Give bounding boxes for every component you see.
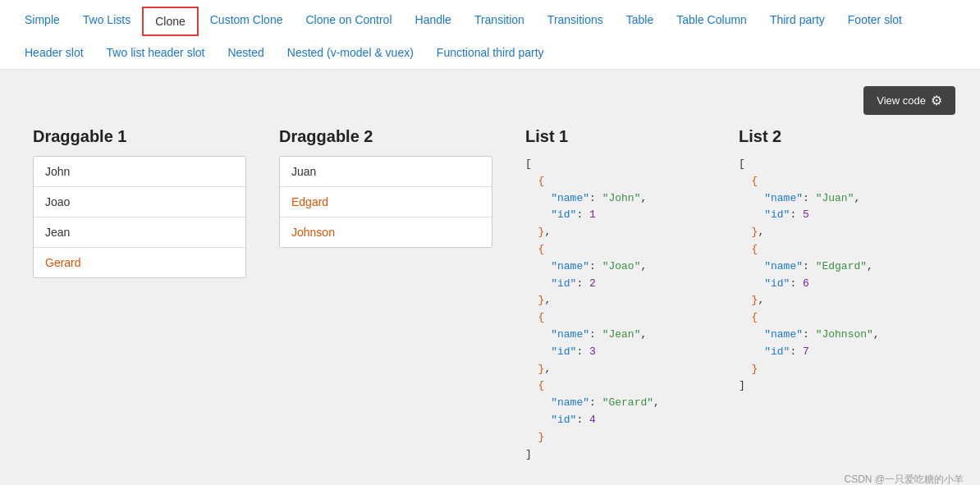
nav-item-custom-clone[interactable]: Custom Clone [199, 7, 295, 36]
draggable1-title: Draggable 1 [33, 127, 246, 146]
drag-item[interactable]: Edgard [280, 187, 492, 217]
nav-item-nested[interactable]: Nested [216, 39, 275, 66]
list2-json: [ { "name": "Juan", "id": 5 }, { "name":… [739, 156, 919, 395]
view-code-button[interactable]: View code ⚙ [863, 86, 955, 115]
drag-item[interactable]: Jean [34, 217, 245, 248]
nav-item-third-party[interactable]: Third party [758, 7, 836, 36]
nav-item-transitions[interactable]: Transitions [536, 7, 615, 36]
nav-item-clone[interactable]: Clone [142, 7, 199, 36]
nav-item-functional-third-party[interactable]: Functional third party [425, 39, 556, 66]
main-layout: Draggable 1 JohnJoaoJeanGerard Draggable… [33, 127, 947, 463]
list1-json: [ { "name": "John", "id": 1 }, { "name":… [525, 156, 706, 463]
list2-col: List 2 [ { "name": "Juan", "id": 5 }, { … [739, 127, 919, 395]
nav-bar: SimpleTwo ListsCloneCustom CloneClone on… [0, 0, 980, 70]
nav-item-header-slot[interactable]: Header slot [13, 39, 95, 66]
draggable1-col: Draggable 1 JohnJoaoJeanGerard [33, 127, 246, 278]
list1-title: List 1 [525, 127, 706, 146]
list2-title: List 2 [739, 127, 919, 146]
draggable2-title: Draggable 2 [279, 127, 492, 146]
nav-item-two-list-header-slot[interactable]: Two list header slot [95, 39, 217, 66]
drag-item[interactable]: Juan [280, 157, 492, 187]
nav-item-transition[interactable]: Transition [463, 7, 536, 36]
view-code-label: View code [877, 94, 926, 107]
drag-item[interactable]: Johnson [280, 217, 492, 247]
content-area: View code ⚙ Draggable 1 JohnJoaoJeanGera… [0, 70, 980, 485]
nav-item-table[interactable]: Table [615, 7, 665, 36]
nav-item-footer-slot[interactable]: Footer slot [836, 7, 914, 36]
nav-item-two-lists[interactable]: Two Lists [71, 7, 142, 36]
list1-col: List 1 [ { "name": "John", "id": 1 }, { … [525, 127, 706, 463]
drag-item[interactable]: Joao [34, 187, 245, 217]
drag-item[interactable]: John [34, 157, 245, 187]
draggable2-list: JuanEdgardJohnson [279, 156, 492, 248]
drag-item[interactable]: Gerard [34, 248, 245, 277]
github-icon: ⚙ [931, 93, 942, 108]
nav-row-2: Header slotTwo list header slotNestedNes… [13, 39, 967, 66]
nav-item-clone-on-control[interactable]: Clone on Control [294, 7, 403, 36]
nav-item-table-column[interactable]: Table Column [665, 7, 758, 36]
nav-item-handle[interactable]: Handle [404, 7, 463, 36]
nav-item-simple[interactable]: Simple [13, 7, 71, 36]
nav-row-1: SimpleTwo ListsCloneCustom CloneClone on… [13, 7, 967, 36]
nav-item-nested-(v-model-&-vuex)[interactable]: Nested (v-model & vuex) [276, 39, 425, 66]
draggable2-col: Draggable 2 JuanEdgardJohnson [279, 127, 492, 248]
draggable1-list: JohnJoaoJeanGerard [33, 156, 246, 278]
footer-text: CSDN @一只爱吃糖的小羊 [844, 473, 964, 485]
